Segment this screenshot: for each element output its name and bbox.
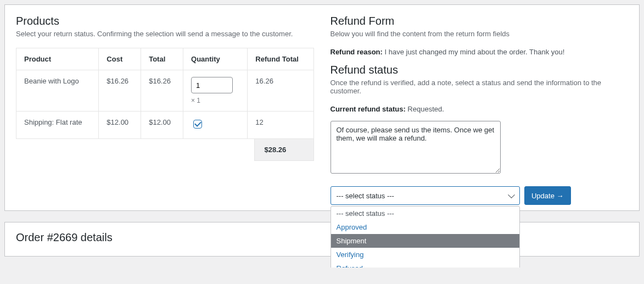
status-option[interactable]: Verifying — [331, 248, 519, 261]
cell-total: $12.00 — [141, 112, 183, 139]
grand-total: $28.26 — [254, 139, 314, 161]
refund-form-heading: Refund Form — [331, 15, 629, 27]
status-dropdown: --- select status ---ApprovedShipmentVer… — [331, 206, 520, 268]
refund-form-subtitle: Below you will find the content from the… — [331, 30, 629, 38]
refund-reason-value: I have just changed my mind about the or… — [384, 48, 564, 56]
col-cost: Cost — [99, 48, 141, 70]
products-column: Products Select your return status. Conf… — [16, 5, 314, 205]
col-total: Total — [141, 48, 183, 70]
cell-total: $16.26 — [141, 70, 183, 112]
cell-quantity: × 1 — [183, 70, 248, 112]
col-quantity: Quantity — [183, 48, 248, 70]
cell-refund-total: 16.26 — [248, 70, 313, 112]
refund-status-heading: Refund status — [331, 64, 629, 76]
refund-reason-line: Refund reason: I have just changed my mi… — [331, 48, 629, 56]
current-status-line: Current refund status: Requested. — [331, 105, 629, 113]
cell-quantity — [183, 112, 248, 139]
cell-cost: $16.26 — [99, 70, 141, 112]
quantity-multiplier: × 1 — [191, 97, 239, 104]
status-select-value: --- select status --- — [337, 192, 394, 200]
current-status-value: Requested. — [407, 105, 444, 113]
refund-note-textarea[interactable] — [331, 121, 501, 174]
refund-panel: Products Select your return status. Conf… — [4, 4, 640, 211]
update-button[interactable]: Update → — [524, 186, 571, 205]
cell-product: Shipping: Flat rate — [16, 112, 99, 139]
products-heading: Products — [16, 15, 314, 27]
refund-reason-label: Refund reason: — [331, 48, 383, 56]
table-row: Beanie with Logo $16.26 $16.26 × 1 16.26 — [16, 70, 314, 112]
products-table: Product Cost Total Quantity Refund Total… — [16, 48, 314, 139]
cell-product: Beanie with Logo — [16, 70, 99, 112]
status-option[interactable]: --- select status --- — [331, 207, 519, 220]
current-status-label: Current refund status: — [331, 105, 406, 113]
status-select[interactable]: --- select status --- — [331, 186, 520, 205]
shipping-refund-checkbox[interactable] — [193, 120, 202, 129]
status-option[interactable]: Approved — [331, 220, 519, 234]
cell-cost: $12.00 — [99, 112, 141, 139]
refund-form-column: Refund Form Below you will find the cont… — [331, 5, 629, 205]
order-details-panel: Order #2669 details — [4, 222, 640, 257]
quantity-input[interactable] — [191, 77, 233, 93]
col-product: Product — [16, 48, 99, 70]
status-option[interactable]: Shipment — [331, 234, 519, 248]
col-refund-total: Refund Total — [248, 48, 313, 70]
refund-status-subtitle: Once the refund is verified, add a note,… — [331, 79, 629, 95]
status-option[interactable]: Refused — [331, 261, 519, 268]
table-row: Shipping: Flat rate $12.00 $12.00 12 — [16, 112, 314, 139]
cell-refund-total: 12 — [248, 112, 313, 139]
products-subtitle: Select your return status. Confirming th… — [16, 30, 314, 38]
order-details-heading: Order #2669 details — [16, 231, 628, 244]
